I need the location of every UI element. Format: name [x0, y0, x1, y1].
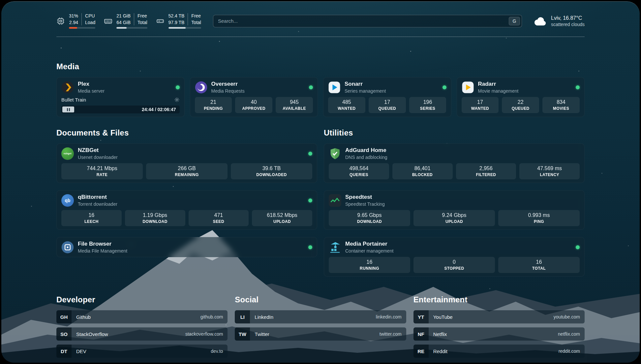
- stat-box: 266 GB REMAINING: [146, 163, 228, 179]
- app-subtitle: Media File Management: [78, 248, 304, 254]
- status-dot: [576, 85, 580, 89]
- gear-icon[interactable]: [174, 97, 180, 103]
- app-name: qBittorrent: [78, 194, 304, 200]
- search-bar: G: [213, 15, 522, 27]
- card-plex[interactable]: Plex Media server Bullet Train: [56, 77, 185, 117]
- playback-progress-bar[interactable]: 24:44 / 02:06:47: [61, 106, 180, 113]
- bookmark-dev[interactable]: DT DEV dev.to: [56, 345, 228, 358]
- cpu-progress-bar: [69, 27, 95, 29]
- stat-box: 17 WANTED: [462, 97, 499, 113]
- app-subtitle: Torrent downloader: [78, 201, 304, 207]
- section-title-developer: Developer: [56, 295, 228, 304]
- bookmark-linkedin[interactable]: LI LinkedIn linkedin.com: [235, 310, 406, 323]
- status-dot: [576, 245, 580, 249]
- filebrowser-icon: [61, 241, 74, 254]
- linkedin-badge: LI: [235, 310, 250, 323]
- disk-free-label: Free: [191, 13, 201, 19]
- overseerr-icon: [195, 81, 207, 94]
- disk-progress-fill: [168, 27, 186, 29]
- stat-box: 40 APPROVED: [235, 97, 272, 113]
- app-name: Plex: [78, 81, 172, 87]
- cpu-usage: 31%: [69, 13, 78, 19]
- memory-free-label: Free: [137, 13, 147, 19]
- section-title-media: Media: [56, 62, 585, 71]
- app-subtitle: Movie management: [478, 88, 572, 94]
- top-bar: 31% 2.94 CPU Load: [56, 13, 585, 29]
- now-playing-title: Bullet Train: [61, 97, 86, 103]
- card-nzbget[interactable]: nzbget NZBGet Usenet downloader 744.21 M…: [56, 143, 317, 183]
- youtube-badge: YT: [413, 310, 429, 323]
- card-portainer[interactable]: Media Portainer Container management 16 …: [324, 237, 585, 277]
- bookmark-reddit[interactable]: RE Reddit reddit.com: [413, 345, 585, 358]
- stat-box: 9.65 Gbps DOWNLOAD: [329, 210, 410, 226]
- portainer-icon: [329, 241, 341, 254]
- weather-location-temp: Lviv, 16.87°C: [551, 15, 585, 21]
- card-filebrowser[interactable]: File Browser Media File Management: [56, 237, 317, 257]
- section-developer: Developer GH Github github.com SO StackO…: [56, 295, 228, 358]
- cpu-widget: 31% 2.94 CPU Load: [56, 13, 95, 29]
- bookmark-github[interactable]: GH Github github.com: [56, 310, 228, 323]
- section-media: Media Plex Media server: [56, 62, 585, 117]
- app-subtitle: Container management: [345, 248, 572, 254]
- stackoverflow-badge: SO: [56, 327, 72, 341]
- search-shortcut-button[interactable]: G: [509, 17, 520, 25]
- stat-box: 22 QUEUED: [502, 97, 539, 113]
- stat-box: 16 LEECH: [61, 210, 122, 226]
- stat-box: 498,564 QUERIES: [329, 163, 389, 179]
- stat-box: 21 PENDING: [195, 97, 232, 113]
- app-name: Sonarr: [345, 81, 439, 87]
- bookmark-netflix[interactable]: NF Netflix netflix.com: [413, 327, 585, 341]
- stat-box: 47.569 ms LATENCY: [519, 163, 580, 179]
- stat-box: 16 RUNNING: [329, 257, 410, 273]
- card-radarr[interactable]: Radarr Movie management 17 WANTED 22 QUE…: [457, 77, 585, 117]
- memory-widget: 21 GiB 64 GiB Free Total: [104, 13, 147, 29]
- card-qbittorrent[interactable]: qb qBittorrent Torrent downloader 16 LEE…: [56, 190, 317, 230]
- card-adguard[interactable]: AdGuard Home DNS and adblocking 498,564 …: [324, 143, 585, 183]
- cloud-icon: [534, 16, 547, 26]
- cpu-load-avg: 2.94: [69, 20, 78, 26]
- twitter-badge: TW: [235, 327, 250, 341]
- stat-box: 471 SEED: [189, 210, 249, 226]
- memory-total: 64 GiB: [116, 20, 131, 26]
- card-speedtest[interactable]: Speedtest Speedtest Tracking 9.65 Gbps D…: [324, 190, 585, 230]
- stat-box: 86,401 BLOCKED: [392, 163, 453, 179]
- app-name: Overseerr: [211, 81, 305, 87]
- pause-button[interactable]: [62, 106, 74, 112]
- memory-free: 21 GiB: [116, 13, 131, 19]
- status-dot: [308, 152, 312, 156]
- playback-time: 24:44 / 02:06:47: [142, 107, 179, 112]
- cpu-label: CPU: [85, 13, 95, 19]
- stat-box: 9.24 Gbps UPLOAD: [413, 210, 495, 226]
- nzbget-icon: nzbget: [61, 147, 74, 160]
- memory-progress-fill: [116, 27, 127, 29]
- disk-total: 97.9 TB: [168, 20, 185, 26]
- weather-condition: scattered clouds: [551, 22, 585, 27]
- stat-box: 744.21 Mbps RATE: [61, 163, 143, 179]
- section-title-entertainment: Entertainment: [413, 295, 585, 304]
- app-name: NZBGet: [78, 147, 304, 154]
- app-name: Speedtest: [345, 194, 580, 200]
- adguard-icon: [329, 147, 341, 160]
- app-subtitle: Series management: [345, 88, 439, 94]
- status-dot: [309, 85, 313, 89]
- app-subtitle: Speedtest Tracking: [345, 201, 580, 207]
- sonarr-icon: [328, 81, 341, 94]
- memory-icon: [104, 17, 112, 25]
- stat-box: 0.993 ms PING: [498, 210, 580, 226]
- card-overseerr[interactable]: Overseerr Media Requests 21 PENDING 40 A…: [190, 77, 318, 117]
- snow-particles: [1, 1, 2, 2]
- stat-box: 945 AVAILABLE: [276, 97, 313, 113]
- bookmark-twitter[interactable]: TW Twitter twitter.com: [235, 327, 406, 341]
- dev-badge: DT: [56, 345, 72, 358]
- disk-icon: [156, 17, 165, 25]
- bookmark-stackoverflow[interactable]: SO StackOverflow stackoverflow.com: [56, 327, 228, 341]
- stat-box: 39.6 TB DOWNLOADED: [231, 163, 312, 179]
- search-input[interactable]: [218, 18, 504, 24]
- section-entertainment: Entertainment YT YouTube youtube.com NF …: [413, 295, 585, 358]
- section-title-documents: Documents & Files: [56, 128, 317, 137]
- disk-free: 52.4 TB: [168, 13, 185, 19]
- bookmark-youtube[interactable]: YT YouTube youtube.com: [413, 310, 585, 323]
- disk-progress-bar: [168, 27, 201, 29]
- card-sonarr[interactable]: Sonarr Series management 485 WANTED 17 Q…: [323, 77, 451, 117]
- memory-progress-bar: [116, 27, 147, 29]
